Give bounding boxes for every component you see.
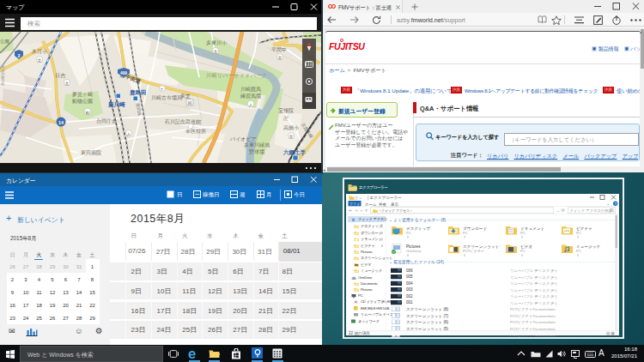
svg-text:409: 409: [120, 71, 127, 75]
svg-text:新川崎: 新川崎: [108, 101, 125, 108]
svg-text:木月小: 木月小: [31, 49, 48, 55]
svg-text:日吉: 日吉: [55, 73, 66, 79]
svg-text:14: 14: [58, 120, 64, 125]
svg-text:幸区役所: 幸区役所: [185, 128, 206, 134]
svg-text:東田病院: 東田病院: [81, 149, 101, 156]
svg-text:回: 回: [188, 100, 192, 106]
svg-text:卍: 卍: [283, 115, 289, 121]
svg-text:動: 動: [86, 111, 90, 115]
svg-text:動物公園: 動物公園: [72, 98, 93, 105]
svg-text:文: 文: [65, 81, 70, 86]
svg-text:多摩川小: 多摩川小: [206, 39, 228, 45]
svg-text:鹿島田: 鹿島田: [129, 89, 147, 96]
svg-text:野球場: 野球場: [249, 148, 264, 155]
svg-text:高畑小: 高畑小: [283, 124, 300, 131]
svg-text:2: 2: [17, 53, 20, 58]
svg-text:文: 文: [289, 134, 294, 139]
svg-text:エクスプローラー: エクスプローラー: [359, 184, 388, 189]
svg-text:川崎古市場局: 川崎古市場局: [151, 94, 182, 101]
svg-text:夢見ヶ崎: 夢見ヶ崎: [72, 91, 93, 98]
svg-text:公園: 公園: [0, 39, 9, 44]
svg-text:石川記念武道館: 石川記念武道館: [164, 118, 201, 125]
svg-text:平間中: 平間中: [271, 46, 287, 53]
svg-text:多摩川緑地: 多摩川緑地: [244, 142, 270, 148]
svg-text:東海道新幹線: 東海道新幹線: [1, 65, 5, 86]
svg-text:合同庁舎: 合同庁舎: [96, 118, 117, 124]
svg-text:練習馬場: 練習馬場: [240, 93, 261, 100]
svg-text:文: 文: [278, 55, 283, 60]
svg-text:人: 人: [127, 132, 131, 136]
svg-text:川崎リバーサイドパーク: 川崎リバーサイドパーク: [206, 72, 267, 79]
svg-text:文: 文: [38, 57, 42, 63]
svg-text:人: 人: [249, 103, 253, 107]
svg-text:バイオピア: バイオピア: [229, 136, 257, 142]
svg-text:川崎競馬: 川崎競馬: [240, 86, 261, 93]
svg-text:〒: 〒: [161, 87, 165, 92]
svg-text:宝憧院: 宝憧院: [278, 107, 294, 114]
svg-text:文: 文: [214, 49, 218, 54]
